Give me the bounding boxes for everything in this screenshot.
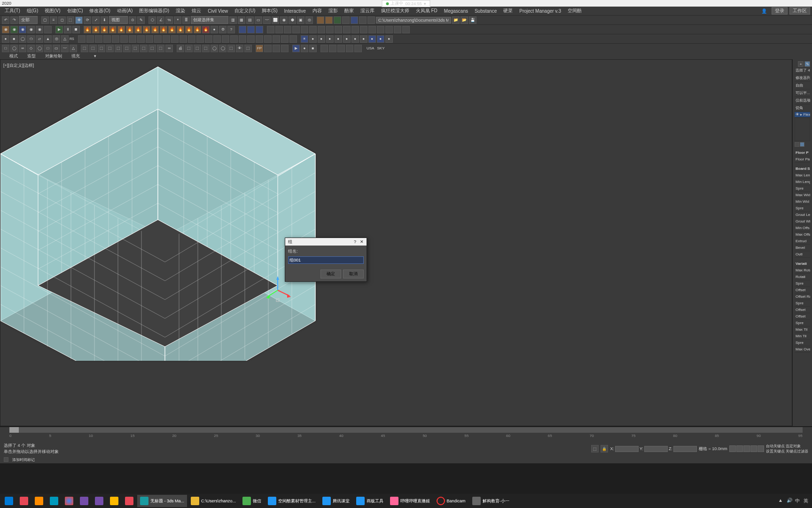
auto-key-button[interactable]: 自动关键点 bbox=[766, 444, 785, 448]
sh-icon-21[interactable]: 🖨 bbox=[177, 45, 184, 52]
panel-item-3[interactable]: 仅权选项 bbox=[795, 97, 810, 104]
fire-icon-5[interactable]: 🔥 bbox=[117, 26, 125, 33]
tl-icon-3[interactable] bbox=[337, 45, 345, 52]
p2-icon-1[interactable]: ◉ bbox=[2, 26, 9, 33]
light-icon-10[interactable]: ● bbox=[377, 35, 384, 43]
misc-icon-16[interactable] bbox=[394, 26, 401, 33]
manipulate-icon[interactable]: ✎ bbox=[137, 16, 145, 24]
stop-btn-icon[interactable]: ■ bbox=[309, 45, 317, 52]
fire-icon-15[interactable]: 🔥 bbox=[202, 26, 210, 33]
light-icon-9[interactable]: ● bbox=[368, 35, 376, 43]
coord-z-input[interactable] bbox=[673, 446, 697, 452]
scale-icon[interactable]: ⤢ bbox=[92, 16, 100, 24]
menu-crazy-render[interactable]: 疯狂模渲大师 bbox=[378, 8, 412, 14]
rec-btn-icon[interactable]: ● bbox=[301, 45, 308, 52]
modifier-list-header[interactable]: 修改器列表 bbox=[795, 74, 810, 82]
sh-icon-27[interactable]: ⬚ bbox=[227, 45, 235, 52]
mod-icon-5[interactable] bbox=[112, 35, 119, 43]
mod-icon-22[interactable] bbox=[256, 35, 263, 43]
tl-icon-2[interactable] bbox=[329, 45, 336, 52]
sh-icon-13[interactable]: ⬚ bbox=[106, 45, 114, 52]
misc-icon-13[interactable] bbox=[368, 26, 376, 33]
misc-icon-2[interactable] bbox=[275, 26, 283, 33]
mod-icon-24[interactable] bbox=[273, 35, 280, 43]
vray-icon-1[interactable] bbox=[239, 26, 246, 33]
p2-icon-5[interactable]: ◉ bbox=[36, 26, 43, 33]
select-rect-icon[interactable]: ◻ bbox=[58, 16, 66, 24]
menu-xuanying[interactable]: 渲影 bbox=[326, 8, 341, 14]
menu-render[interactable]: 渲染 bbox=[173, 8, 188, 14]
sphere-icon[interactable]: ● bbox=[211, 26, 218, 33]
coord-x-input[interactable] bbox=[615, 446, 639, 452]
light-icon-3[interactable]: ● bbox=[318, 35, 325, 43]
mod-icon-12[interactable] bbox=[171, 35, 179, 43]
shape-plane-icon[interactable]: ▱ bbox=[36, 35, 43, 43]
selection-filter-dropdown[interactable]: 全部 bbox=[19, 16, 38, 24]
task-app-4[interactable] bbox=[77, 495, 91, 507]
menu-group[interactable]: 组(G) bbox=[24, 8, 41, 14]
undo-icon[interactable]: ↶ bbox=[2, 16, 9, 24]
fire-icon-13[interactable]: 🔥 bbox=[185, 26, 193, 33]
set-key-button[interactable]: 设置关键点 bbox=[766, 449, 785, 453]
plugin-icon-3[interactable] bbox=[334, 16, 341, 24]
menu-phoenix[interactable]: 火凤凰 FD bbox=[413, 8, 440, 14]
fire-icon-6[interactable]: 🔥 bbox=[126, 26, 133, 33]
fire-icon-8[interactable]: 🔥 bbox=[143, 26, 150, 33]
light-icon-6[interactable]: ● bbox=[343, 35, 351, 43]
mod-icon-17[interactable] bbox=[213, 35, 221, 43]
coord-y-input[interactable] bbox=[644, 446, 668, 452]
plugin-icon-2[interactable] bbox=[325, 16, 333, 24]
render-setup-icon[interactable]: ⬢ bbox=[289, 16, 296, 24]
sh-icon-2[interactable]: ◯ bbox=[10, 45, 18, 52]
modifier-stack-item[interactable]: 👁 ▸ Flex bbox=[795, 112, 810, 118]
sh-icon-12[interactable]: ⬚ bbox=[98, 45, 105, 52]
fire-icon-12[interactable]: 🔥 bbox=[177, 26, 184, 33]
misc-icon-1[interactable] bbox=[267, 26, 274, 33]
ribbon-expand-icon[interactable]: ▾ bbox=[94, 54, 96, 58]
sh-icon-23[interactable]: ⬚ bbox=[194, 45, 201, 52]
mod-icon-3[interactable] bbox=[95, 35, 102, 43]
task-chrome[interactable] bbox=[62, 495, 76, 507]
panel-item-2[interactable]: 可以平... bbox=[795, 89, 810, 97]
sh-icon-31[interactable] bbox=[273, 45, 280, 52]
menu-content[interactable]: 内容 bbox=[310, 8, 325, 14]
sh-icon-3[interactable]: ∞ bbox=[19, 45, 26, 52]
settings-icon[interactable]: ⚙ bbox=[219, 26, 226, 33]
snap-icon[interactable]: ⬡ bbox=[148, 16, 156, 24]
mod-icon-14[interactable] bbox=[188, 35, 195, 43]
align-icon[interactable]: ▦ bbox=[238, 16, 245, 24]
key-filters-button[interactable]: 关键点过滤器 bbox=[786, 449, 808, 453]
sh-icon-30[interactable] bbox=[264, 45, 272, 52]
misc-icon-15[interactable] bbox=[385, 26, 393, 33]
tray-icon-3[interactable]: 中 bbox=[795, 498, 802, 504]
sh-icon-25[interactable]: ◯ bbox=[211, 45, 218, 52]
task-app-1[interactable] bbox=[17, 495, 31, 507]
mod-icon-9[interactable] bbox=[146, 35, 153, 43]
task-app-7[interactable] bbox=[122, 495, 136, 507]
chevron-down-icon[interactable]: ▾ bbox=[424, 1, 426, 6]
dialog-close-icon[interactable]: ✕ bbox=[360, 239, 364, 244]
shape-cylinder-icon[interactable]: ◯ bbox=[19, 35, 26, 43]
menu-substance[interactable]: Substance bbox=[472, 8, 500, 14]
panel-create-tab[interactable]: + bbox=[798, 61, 804, 67]
panel-item-4[interactable]: 切角 bbox=[795, 104, 810, 112]
viewport[interactable]: [+][自定义][边框] bbox=[0, 59, 792, 426]
play-icon[interactable]: ▶ bbox=[55, 26, 63, 33]
tray-icon-1[interactable]: ▲ bbox=[778, 498, 785, 504]
render-frame-icon[interactable]: ▣ bbox=[297, 16, 304, 24]
ribbon-tab-object-paint[interactable]: 对象绘制 bbox=[45, 53, 62, 59]
sh-icon-11[interactable]: ⬚ bbox=[89, 45, 97, 52]
shape-sphere-icon[interactable]: ● bbox=[2, 35, 9, 43]
p2-icon-4[interactable]: ◉ bbox=[27, 26, 35, 33]
section-floor[interactable]: Floor P bbox=[795, 150, 810, 156]
ribbon-tab-mode[interactable]: 模式 bbox=[9, 53, 18, 59]
menu-xuanyunku[interactable]: 渲云库 bbox=[358, 8, 377, 14]
sh-icon-15[interactable]: ⬚ bbox=[123, 45, 131, 52]
mod-icon-19[interactable] bbox=[230, 35, 238, 43]
ribbon-tab-modeling[interactable]: 造型 bbox=[27, 53, 36, 59]
sh-icon-4[interactable]: ◇ bbox=[27, 45, 35, 52]
menu-kujia[interactable]: 酷家 bbox=[342, 8, 357, 14]
plugin-icon-5[interactable] bbox=[351, 16, 358, 24]
vray-icon-2[interactable] bbox=[247, 26, 255, 33]
system-tray[interactable]: ▲ 🔊 中 英 bbox=[778, 498, 810, 504]
